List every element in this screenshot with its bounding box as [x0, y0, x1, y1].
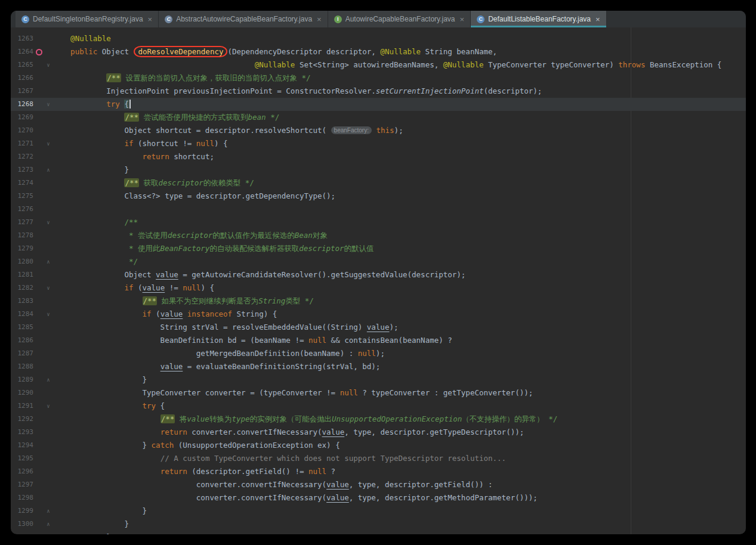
- code-line-1300[interactable]: 1300∧ }: [11, 518, 746, 531]
- code-line-1287[interactable]: 1287 getMergedBeanDefinition(beanName) :…: [11, 347, 746, 360]
- gutter[interactable]: 1273∧: [11, 163, 53, 176]
- gutter[interactable]: 1297: [11, 478, 53, 491]
- gutter[interactable]: 1268∨: [11, 98, 53, 111]
- code-line-1285[interactable]: 1285 String strVal = resolveEmbeddedValu…: [11, 321, 746, 334]
- fold-marker[interactable]: ∧: [44, 163, 53, 176]
- gutter[interactable]: 1284∨: [11, 308, 53, 321]
- gutter[interactable]: 1272: [11, 150, 53, 163]
- code-line-1301[interactable]: 1301 }: [11, 531, 746, 534]
- fold-marker[interactable]: ∧: [44, 518, 53, 531]
- gutter[interactable]: 1296: [11, 465, 53, 478]
- code-line-1293[interactable]: 1293 return converter.convertIfNecessary…: [11, 426, 746, 439]
- editor[interactable]: 1263 @Nullable1264 public Object doResol…: [11, 27, 746, 534]
- code-line-1269[interactable]: 1269 /** 尝试能否使用快捷的方式获取到bean */: [11, 111, 746, 124]
- code-line-1279[interactable]: 1279 * 使用此BeanFactory的自动装配候选解析器获取descrip…: [11, 242, 746, 255]
- code-area[interactable]: 1263 @Nullable1264 public Object doResol…: [11, 32, 746, 534]
- gutter[interactable]: 1298: [11, 491, 53, 504]
- gutter[interactable]: 1286: [11, 334, 53, 347]
- fold-marker[interactable]: ∧: [44, 373, 53, 386]
- close-tab-icon[interactable]: ×: [317, 16, 322, 23]
- code-line-1267[interactable]: 1267 InjectionPoint previousInjectionPoi…: [11, 85, 746, 98]
- gutter[interactable]: 1280∧: [11, 255, 53, 268]
- close-tab-icon[interactable]: ×: [148, 16, 153, 23]
- fold-marker[interactable]: ∧: [44, 504, 53, 518]
- gutter[interactable]: 1267: [11, 85, 53, 98]
- code-line-1273[interactable]: 1273∧ }: [11, 163, 746, 176]
- code-line-1294[interactable]: 1294 } catch (UnsupportedOperationExcept…: [11, 439, 746, 452]
- close-tab-icon[interactable]: ×: [460, 16, 465, 23]
- code-line-1290[interactable]: 1290 TypeConverter converter = (typeConv…: [11, 386, 746, 400]
- code-line-1272[interactable]: 1272 return shortcut;: [11, 150, 746, 163]
- code-line-1275[interactable]: 1275 Class<?> type = descriptor.getDepen…: [11, 190, 746, 203]
- editor-tab-AbstractAutowireCapableBeanFactory[interactable]: CAbstractAutowireCapableBeanFactory.java…: [159, 11, 328, 27]
- gutter[interactable]: 1293: [11, 426, 53, 439]
- code-line-1288[interactable]: 1288 value = evaluateBeanDefinitionStrin…: [11, 360, 746, 373]
- gutter[interactable]: 1295: [11, 452, 53, 465]
- gutter[interactable]: 1264: [11, 45, 53, 58]
- code-line-1286[interactable]: 1286 BeanDefinition bd = (beanName != nu…: [11, 334, 746, 347]
- code-line-1276[interactable]: 1276: [11, 203, 746, 216]
- code-line-1295[interactable]: 1295 // A custom TypeConverter which doe…: [11, 452, 746, 465]
- code-line-1266[interactable]: 1266 /** 设置新的当前切入点对象，获取旧的当前切入点对象 */: [11, 72, 746, 85]
- gutter[interactable]: 1285: [11, 321, 53, 334]
- gutter[interactable]: 1271∨: [11, 137, 53, 150]
- code-line-1264[interactable]: 1264 public Object doResolveDependency(D…: [11, 45, 746, 58]
- code-line-1277[interactable]: 1277∨ /**: [11, 216, 746, 229]
- gutter[interactable]: 1269: [11, 111, 53, 124]
- gutter[interactable]: 1270: [11, 124, 53, 137]
- gutter[interactable]: 1281: [11, 268, 53, 281]
- gutter[interactable]: 1278: [11, 229, 53, 242]
- close-tab-icon[interactable]: ×: [595, 16, 600, 23]
- editor-tab-DefaultListableBeanFactory[interactable]: CDefaultListableBeanFactory.java×: [471, 11, 606, 27]
- gutter[interactable]: 1299∧: [11, 504, 53, 518]
- gutter[interactable]: 1287: [11, 347, 53, 360]
- code-line-1291[interactable]: 1291∨ try {: [11, 400, 746, 413]
- code-line-1280[interactable]: 1280∧ */: [11, 255, 746, 268]
- code-line-1298[interactable]: 1298 converter.convertIfNecessary(value,…: [11, 491, 746, 504]
- gutter[interactable]: 1276: [11, 203, 53, 216]
- code-line-1265[interactable]: 1265∨ @Nullable Set<String> autowiredBea…: [11, 58, 746, 72]
- recursive-call-gutter-icon[interactable]: [36, 49, 42, 55]
- gutter[interactable]: 1288: [11, 360, 53, 373]
- gutter[interactable]: 1283: [11, 295, 53, 308]
- fold-marker[interactable]: ∨: [44, 58, 53, 72]
- gutter[interactable]: 1289∧: [11, 373, 53, 386]
- editor-tab-AutowireCapableBeanFactory[interactable]: IAutowireCapableBeanFactory.java×: [328, 11, 471, 27]
- gutter[interactable]: 1301: [11, 531, 53, 534]
- code-line-1283[interactable]: 1283 /** 如果不为空则继续判断是否为String类型 */: [11, 295, 746, 308]
- gutter[interactable]: 1266: [11, 72, 53, 85]
- fold-marker[interactable]: ∨: [44, 400, 53, 413]
- gutter[interactable]: 1290: [11, 386, 53, 400]
- editor-tab-DefaultSingletonBeanRegistry[interactable]: CDefaultSingletonBeanRegistry.java×: [16, 11, 159, 27]
- code-line-1270[interactable]: 1270 Object shortcut = descriptor.resolv…: [11, 124, 746, 137]
- code-line-1282[interactable]: 1282∨ if (value != null) {: [11, 281, 746, 295]
- fold-marker[interactable]: ∧: [44, 255, 53, 268]
- code-line-1263[interactable]: 1263 @Nullable: [11, 32, 746, 45]
- gutter[interactable]: 1277∨: [11, 216, 53, 229]
- gutter[interactable]: 1291∨: [11, 400, 53, 413]
- fold-marker[interactable]: ∨: [44, 281, 53, 295]
- code-line-1278[interactable]: 1278 * 尝试使用descriptor的默认值作为最近候选的Bean对象: [11, 229, 746, 242]
- gutter[interactable]: 1282∨: [11, 281, 53, 295]
- fold-marker[interactable]: ∨: [44, 98, 53, 111]
- gutter[interactable]: 1265∨: [11, 58, 53, 72]
- code-line-1274[interactable]: 1274 /** 获取descriptor的依赖类型 */: [11, 176, 746, 190]
- code-line-1271[interactable]: 1271∨ if (shortcut != null) {: [11, 137, 746, 150]
- code-line-1268[interactable]: 1268∨ try {: [11, 98, 746, 111]
- gutter[interactable]: 1263: [11, 32, 53, 45]
- code-line-1299[interactable]: 1299∧ }: [11, 504, 746, 518]
- gutter[interactable]: 1274: [11, 176, 53, 190]
- gutter[interactable]: 1300∧: [11, 518, 53, 531]
- code-line-1296[interactable]: 1296 return (descriptor.getField() != nu…: [11, 465, 746, 478]
- fold-marker[interactable]: ∨: [44, 137, 53, 150]
- gutter[interactable]: 1294: [11, 439, 53, 452]
- gutter[interactable]: 1279: [11, 242, 53, 255]
- code-line-1281[interactable]: 1281 Object value = getAutowireCandidate…: [11, 268, 746, 281]
- gutter[interactable]: 1275: [11, 190, 53, 203]
- code-line-1284[interactable]: 1284∨ if (value instanceof String) {: [11, 308, 746, 321]
- fold-marker[interactable]: ∨: [44, 308, 53, 321]
- code-line-1289[interactable]: 1289∧ }: [11, 373, 746, 386]
- gutter[interactable]: 1292: [11, 413, 53, 426]
- code-line-1292[interactable]: 1292 /** 将value转换为type的实例对象（可能会抛出Unsuppo…: [11, 413, 746, 426]
- fold-marker[interactable]: ∨: [44, 216, 53, 229]
